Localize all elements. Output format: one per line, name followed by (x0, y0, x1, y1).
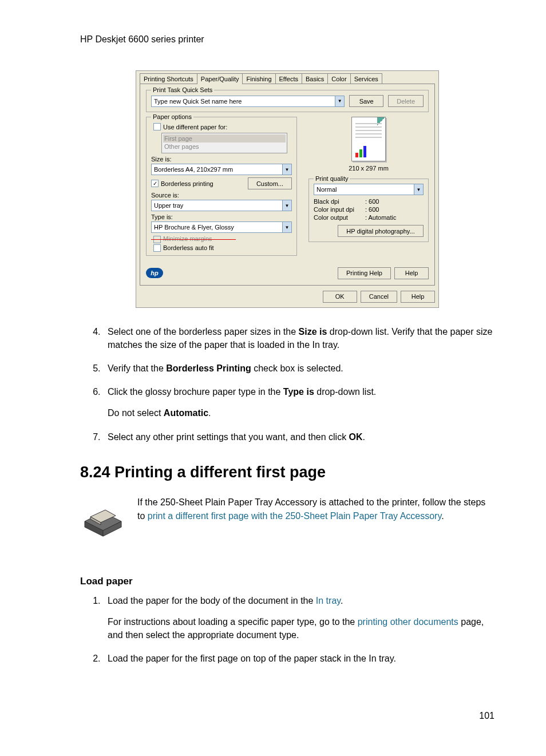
print-properties-dialog: Printing Shortcuts Paper/Quality Finishi… (136, 70, 439, 308)
minimize-margins-disabled: Minimize margins (151, 235, 292, 243)
step-4: Select one of the borderless paper sizes… (103, 325, 494, 351)
page-preview-thumb (351, 117, 386, 161)
tab-finishing[interactable]: Finishing (242, 73, 275, 84)
size-dropdown[interactable]: Borderless A4, 210x297 mm ▼ (151, 164, 292, 175)
quickset-fieldset: Print Task Quick Sets Type new Quick Set… (146, 90, 429, 112)
type-label: Type is: (151, 213, 292, 220)
pages-list: First page Other pages (161, 133, 287, 153)
borderless-printing-checkbox[interactable]: ✓ (151, 180, 159, 187)
minimize-margins-checkbox (153, 236, 161, 243)
tab-effects[interactable]: Effects (275, 73, 302, 84)
custom-button[interactable]: Custom... (248, 177, 292, 189)
other-pages-item: Other pages (163, 143, 286, 151)
link-printing-other-documents[interactable]: printing other documents (358, 617, 458, 627)
step-7: Select any other print settings that you… (103, 430, 494, 444)
borderless-autofit-checkbox[interactable] (153, 244, 161, 252)
step-5: Verify that the Borderless Printing chec… (103, 362, 494, 375)
size-label: Size is: (151, 156, 292, 163)
chevron-down-icon: ▼ (414, 184, 423, 195)
dialog-tabs: Printing Shortcuts Paper/Quality Finishi… (136, 71, 438, 84)
type-dropdown[interactable]: HP Brochure & Flyer, Glossy ▼ (151, 221, 292, 233)
load-step-2: Load the paper for the first page on top… (103, 652, 494, 665)
quickset-name-text: Type new Quick Set name here (152, 98, 335, 105)
help-button[interactable]: Help (394, 267, 429, 279)
print-quality-dropdown[interactable]: Normal ▼ (314, 184, 424, 195)
step-6: Click the glossy brochure paper type in … (103, 385, 494, 419)
print-quality-value: Normal (314, 186, 414, 193)
page-preview: 210 x 297 mm (308, 117, 429, 172)
load-step-1: Load the paper for the body of the docum… (103, 594, 494, 642)
doc-content: Select one of the borderless paper sizes… (80, 325, 494, 722)
color-output-value: : Automatic (365, 214, 396, 221)
tab-basics[interactable]: Basics (302, 73, 328, 84)
use-different-paper-checkbox[interactable] (153, 123, 161, 130)
quickset-legend: Print Task Quick Sets (151, 86, 214, 93)
load-paper-heading: Load paper (80, 576, 494, 587)
hp-logo-icon: hp (146, 268, 163, 278)
chevron-down-icon: ▼ (282, 222, 291, 232)
accessory-text: If the 250-Sheet Plain Paper Tray Access… (137, 496, 494, 523)
color-output-label: Color output (314, 214, 365, 221)
chevron-down-icon: ▼ (282, 164, 291, 175)
help-button-bottom[interactable]: Help (401, 291, 435, 303)
link-in-tray[interactable]: In tray (316, 596, 341, 605)
source-label: Source is: (151, 192, 292, 199)
color-input-dpi-value: : 600 (365, 206, 379, 213)
save-button[interactable]: Save (349, 95, 383, 107)
load-paper-steps: Load the paper for the body of the docum… (80, 594, 494, 666)
chevron-down-icon: ▼ (282, 200, 291, 211)
chart-icon (355, 145, 366, 157)
tab-services[interactable]: Services (350, 73, 382, 84)
source-dropdown[interactable]: Upper tray ▼ (151, 200, 292, 211)
print-quality-fieldset: Print quality Normal ▼ Black dpi: 600 Co… (308, 179, 429, 242)
delete-button: Delete (388, 95, 424, 107)
borderless-autofit-label: Borderless auto fit (163, 244, 214, 251)
cancel-button[interactable]: Cancel (361, 291, 397, 303)
first-page-item: First page (163, 134, 286, 143)
tab-paper-quality[interactable]: Paper/Quality (197, 73, 243, 84)
page-dimensions: 210 x 297 mm (349, 165, 389, 172)
tab-color[interactable]: Color (327, 73, 350, 84)
size-value: Borderless A4, 210x297 mm (152, 166, 282, 173)
chevron-down-icon: ▼ (335, 96, 344, 106)
tab-printing-shortcuts[interactable]: Printing Shortcuts (140, 73, 197, 84)
accessory-block: If the 250-Sheet Plain Paper Tray Access… (80, 496, 494, 544)
black-dpi-value: : 600 (365, 198, 379, 205)
type-value: HP Brochure & Flyer, Glossy (152, 224, 282, 231)
page-number: 101 (80, 711, 494, 721)
use-different-paper-label: Use different paper for: (163, 124, 227, 130)
paper-tray-icon (80, 498, 126, 544)
tab-panel: Print Task Quick Sets Type new Quick Set… (140, 84, 435, 286)
digital-photography-button[interactable]: HP digital photography... (338, 225, 424, 237)
ok-button[interactable]: OK (323, 291, 357, 303)
section-heading: 8.24 Printing a different first page (80, 464, 494, 481)
quickset-name-dropdown[interactable]: Type new Quick Set name here ▼ (151, 96, 345, 107)
print-quality-legend: Print quality (314, 175, 350, 182)
black-dpi-label: Black dpi (314, 198, 365, 205)
paper-options-legend: Paper options (151, 113, 193, 120)
page-header: HP Deskjet 6600 series printer (80, 34, 494, 45)
steps-list: Select one of the borderless paper sizes… (80, 325, 494, 444)
color-input-dpi-label: Color input dpi (314, 206, 365, 213)
borderless-printing-label: Borderless printing (161, 180, 213, 187)
source-value: Upper tray (152, 202, 282, 209)
link-250-sheet-accessory[interactable]: print a different first page with the 25… (148, 511, 441, 521)
printing-help-button[interactable]: Printing Help (338, 267, 391, 279)
paper-options-fieldset: Paper options Use different paper for: F… (146, 117, 297, 256)
